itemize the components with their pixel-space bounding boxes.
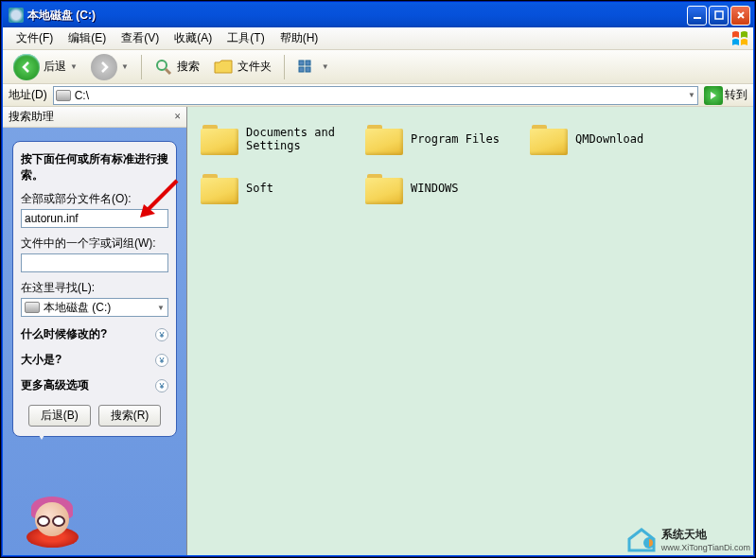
folder-icon: [201, 123, 238, 155]
drive-icon: [9, 8, 24, 23]
search-icon: [154, 58, 173, 77]
option-size-label: 大小是?: [21, 352, 62, 368]
search-button[interactable]: 搜索: [149, 55, 204, 79]
back-icon: [13, 54, 40, 80]
menu-favorites[interactable]: 收藏(A): [167, 27, 220, 49]
sidebar-header: 搜索助理 ×: [3, 107, 186, 128]
search-panel-title: 按下面任何或所有标准进行搜索。: [21, 151, 168, 183]
sidebar-title: 搜索助理: [9, 109, 54, 125]
menu-tools[interactable]: 工具(T): [220, 27, 272, 49]
svg-rect-1: [715, 11, 723, 19]
close-button[interactable]: [730, 6, 750, 26]
dropdown-icon: ▼: [157, 304, 165, 312]
menu-file[interactable]: 文件(F): [9, 27, 61, 49]
content-area: 搜索助理 × 按下面任何或所有标准进行搜索。 全部或部分文件名(O): 文件中的…: [3, 107, 753, 555]
option-modified[interactable]: 什么时候修改的?¥: [21, 326, 168, 342]
folders-label: 文件夹: [237, 59, 272, 75]
lookin-label: 在这里寻找(L):: [21, 280, 168, 296]
menu-help[interactable]: 帮助(H): [273, 27, 326, 49]
svg-rect-6: [306, 67, 310, 72]
chevron-down-icon: ¥: [155, 379, 168, 392]
back-label: 后退: [44, 59, 66, 75]
folder-item[interactable]: Program Files: [363, 118, 524, 160]
phrase-input[interactable]: [21, 253, 168, 272]
svg-rect-5: [299, 67, 304, 72]
folder-item[interactable]: QMDownload: [528, 118, 689, 160]
forward-dropdown-icon: ▼: [121, 62, 129, 71]
option-modified-label: 什么时候修改的?: [21, 326, 107, 342]
option-size[interactable]: 大小是?¥: [21, 352, 168, 368]
option-advanced-label: 更多高级选项: [21, 377, 89, 393]
lookin-value: 本地磁盘 (C:): [44, 300, 111, 316]
search-back-button[interactable]: 后退(B): [28, 405, 91, 427]
forward-button[interactable]: ▼: [86, 51, 133, 83]
go-label: 转到: [725, 87, 747, 103]
folder-label: Soft: [246, 182, 358, 195]
maximize-button[interactable]: [709, 6, 729, 26]
filename-input[interactable]: [21, 209, 168, 228]
search-assistant-character[interactable]: [22, 481, 88, 548]
svg-point-2: [157, 61, 167, 70]
folder-label: Documents and Settings: [246, 126, 358, 153]
menu-view[interactable]: 查看(V): [114, 27, 167, 49]
filename-label: 全部或部分文件名(O):: [21, 191, 168, 207]
search-buttons: 后退(B) 搜索(R): [21, 405, 168, 427]
toolbar: 后退 ▼ ▼ 搜索 文件夹 ▼: [3, 50, 753, 84]
folders-icon: [213, 58, 234, 77]
lookin-select[interactable]: 本地磁盘 (C:) ▼: [21, 298, 168, 317]
views-button[interactable]: ▼: [292, 55, 334, 79]
explorer-window: 本地磁盘 (C:) 文件(F) 编辑(E) 查看(V) 收藏(A) 工具(T) …: [2, 2, 754, 556]
drive-icon: [56, 90, 71, 101]
back-button[interactable]: 后退 ▼: [9, 51, 82, 83]
address-field[interactable]: C:\ ▼: [53, 86, 698, 105]
go-button[interactable]: 转到: [704, 86, 747, 105]
search-label: 搜索: [177, 59, 200, 75]
toolbar-separator: [284, 55, 285, 79]
folder-icon: [365, 172, 403, 204]
views-icon: [297, 58, 318, 77]
phrase-label: 文件中的一个字或词组(W):: [21, 235, 168, 252]
folder-icon: [530, 123, 568, 155]
minimize-button[interactable]: [687, 6, 707, 26]
folder-icon: [201, 172, 238, 204]
folder-label: QMDownload: [575, 132, 687, 146]
svg-rect-3: [299, 61, 304, 65]
menu-edit[interactable]: 编辑(E): [61, 27, 114, 49]
address-dropdown-icon[interactable]: ▼: [688, 91, 695, 99]
folder-item[interactable]: WINDOWS: [363, 167, 524, 209]
search-sidebar: 搜索助理 × 按下面任何或所有标准进行搜索。 全部或部分文件名(O): 文件中的…: [3, 107, 187, 555]
windows-logo-icon: [730, 29, 749, 48]
views-dropdown-icon: ▼: [322, 62, 329, 71]
sidebar-close-button[interactable]: ×: [174, 110, 181, 124]
window-controls: [687, 6, 750, 26]
folder-label: WINDOWS: [411, 182, 522, 195]
svg-rect-0: [694, 17, 701, 19]
svg-rect-4: [306, 61, 310, 65]
menubar: 文件(F) 编辑(E) 查看(V) 收藏(A) 工具(T) 帮助(H): [3, 27, 753, 50]
toolbar-separator: [141, 55, 142, 79]
search-submit-button[interactable]: 搜索(R): [98, 405, 162, 427]
folder-icon: [365, 123, 403, 155]
forward-icon: [91, 54, 117, 80]
folder-item[interactable]: Documents and Settings: [199, 118, 360, 160]
folder-item[interactable]: Soft: [199, 167, 360, 209]
chevron-down-icon: ¥: [155, 354, 168, 367]
folder-label: Program Files: [411, 132, 522, 146]
window-title: 本地磁盘 (C:): [27, 8, 687, 24]
go-icon: [704, 86, 723, 105]
address-value: C:\: [75, 89, 684, 102]
titlebar[interactable]: 本地磁盘 (C:): [3, 3, 753, 27]
chevron-down-icon: ¥: [155, 328, 168, 341]
search-panel: 按下面任何或所有标准进行搜索。 全部或部分文件名(O): 文件中的一个字或词组(…: [12, 141, 177, 437]
option-advanced[interactable]: 更多高级选项¥: [21, 377, 168, 393]
drive-icon: [25, 302, 40, 313]
address-label: 地址(D): [9, 87, 47, 103]
folders-button[interactable]: 文件夹: [208, 55, 276, 79]
addressbar: 地址(D) C:\ ▼ 转到: [3, 84, 753, 107]
file-view[interactable]: Documents and SettingsProgram FilesQMDow…: [187, 107, 753, 555]
back-dropdown-icon: ▼: [70, 62, 78, 71]
